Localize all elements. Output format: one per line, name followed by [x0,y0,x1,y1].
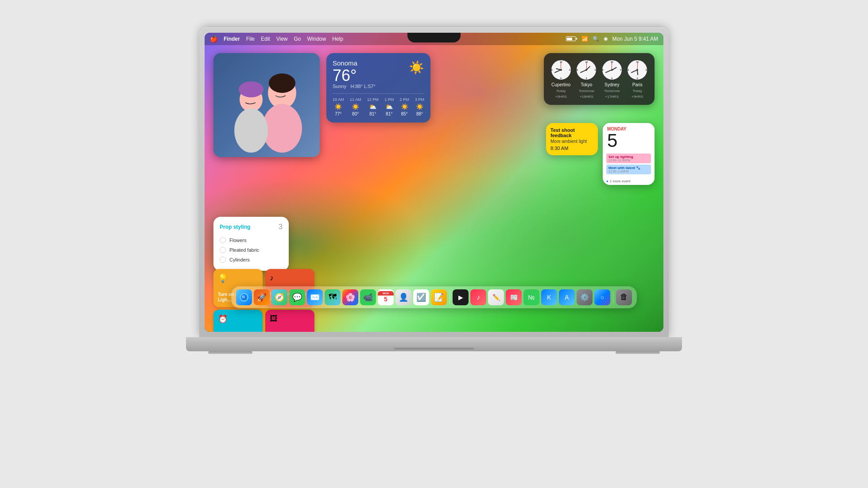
dock-calendar[interactable]: MON 5 [378,289,394,305]
calendar-widget: Monday 5 Set up lighting 12:00–12:30PM M… [603,123,655,185]
forecast-11am: 11 AM ☀️ 80° [350,97,361,116]
check-circle-1 [220,237,226,243]
clock-face-cupertino: 12 3 6 9 [550,59,572,81]
menu-go[interactable]: Go [294,36,301,42]
checklist-item-1: Flowers [220,235,283,245]
check-circle-3 [220,257,226,263]
checklist-header: Prop styling 3 [220,223,283,231]
dock-facetime[interactable]: 📹 [360,289,376,305]
weather-desc: Sunny H:88° L:57° [333,84,424,89]
macbook-base [186,337,682,351]
notch [407,33,461,42]
dock-photos[interactable]: 🌸 [342,289,358,305]
forecast-3pm: 3 PM ☀️ 88° [415,97,424,116]
checklist-widget: Prop styling 3 Flowers Pleated fabric [213,217,289,271]
watermark-icon: 🖼 [270,314,310,323]
menu-bar-right: 📶 🔍 ◉ Mon Jun 5 9:41 AM [566,36,658,42]
checklist-item-3: Cylinders [220,255,283,265]
wifi-icon: 📶 [581,36,588,42]
clock-tokyo: 12 3 6 9 Tokyo Tomorrow +16HRS [576,59,598,99]
weather-forecast: 10 AM ☀️ 77° 11 AM ☀️ 80° 12 PM [333,93,424,116]
shortcut-watermark[interactable]: 🖼 Watermark Images [265,310,314,332]
dock-contacts[interactable]: 👤 [395,289,411,305]
reminder-desc: More ambient light [550,139,593,144]
calendar-event-2: Meet with talent 🐾 12:30–1:00PM [606,165,651,174]
photo-widget [213,53,320,157]
svg-text:🔍: 🔍 [241,295,247,300]
clocks-widget: 12 3 6 9 Cupertino Today +0HRS [544,53,655,105]
dock-mail[interactable]: ✉️ [307,289,323,305]
weather-temp: 76° [333,68,357,84]
dock-numbers[interactable]: № [523,289,539,305]
macbook-feet-area [173,351,695,360]
dock-maps[interactable]: 🗺 [325,289,341,305]
screen-bezel: 🍎 Finder File Edit View Go Window Help [205,33,663,332]
svg-point-3 [262,104,302,153]
screen: 🍎 Finder File Edit View Go Window Help [205,33,663,332]
clock-face-sydney: 12 3 6 9 [601,59,623,81]
dock-launchpad[interactable]: 🚀 [254,289,270,305]
menu-help[interactable]: Help [332,36,343,42]
photo-shoot-icon: ♪ [270,273,310,283]
dock-reminders[interactable]: ☑️ [413,289,429,305]
checklist-item-2: Pleated fabric [220,245,283,255]
svg-point-2 [269,73,295,93]
menu-file[interactable]: File [246,36,255,42]
clock-face-tokyo: 12 3 6 9 [576,59,597,81]
siri-icon[interactable]: ◉ [604,36,608,42]
check-label-1: Flowers [229,238,247,243]
weather-city: Sonoma [333,59,357,67]
dock-music[interactable]: ♪ [470,289,486,305]
forecast-2pm: 2 PM ☀️ 85° [400,97,409,116]
svg-rect-6 [240,88,262,94]
macbook-lid: 🍎 Finder File Edit View Go Window Help [199,27,669,337]
dock-safari[interactable]: 🧭 [271,289,287,305]
apple-logo-icon[interactable]: 🍎 [210,35,217,42]
dock-appletv[interactable]: ▶ [453,289,469,305]
take-break-icon: ⏰ [218,314,258,324]
reminder-title: Test shoot feedback [550,127,593,138]
datetime-display: Mon Jun 5 9:41 AM [612,36,658,42]
shortcut-take-break[interactable]: ⏰ Take A Break [213,310,263,332]
svg-point-7 [234,108,268,153]
menu-view[interactable]: View [276,36,288,42]
macbook-hinge [394,348,474,351]
dock-separator [450,291,450,304]
menu-window[interactable]: Window [307,36,326,42]
dock-keynote[interactable]: K [541,289,557,305]
dock-finder[interactable]: 🔍 [236,289,252,305]
calendar-event-1: Set up lighting 12:00–12:30PM [606,154,651,163]
check-label-3: Cylinders [229,257,250,262]
reminder-widget: Test shoot feedback More ambient light 8… [546,123,598,155]
studio-light-icon: 💡 [218,273,258,283]
clock-cupertino: 12 3 6 9 Cupertino Today +0HRS [550,59,572,99]
photo-widget-inner [213,53,320,157]
forecast-10am: 10 AM ☀️ 77° [333,97,344,116]
search-icon[interactable]: 🔍 [593,36,599,42]
check-label-2: Pleated fabric [229,247,259,253]
dock-settings[interactable]: ⚙️ [577,289,593,305]
forecast-12pm: 12 PM ⛅ 81° [367,97,379,116]
dock-trash[interactable]: 🗑 [616,289,632,305]
clock-face-paris: 12 3 6 9 [627,59,648,81]
weather-widget: Sonoma 76° ☀️ Sunny H:88° L:57° 10 AM [326,53,430,123]
clock-sydney: 12 3 6 9 Sydney Tomorrow +17HRS [601,59,623,99]
dock-notes[interactable]: 📝 [431,289,447,305]
battery-icon [566,36,577,41]
dock-news[interactable]: 📰 [506,289,522,305]
macbook-foot-right [616,351,660,354]
dock-messages[interactable]: 💬 [289,289,305,305]
calendar-day: 5 [607,131,650,150]
widget-area: Sonoma 76° ☀️ Sunny H:88° L:57° 10 AM [205,49,663,310]
checklist-title: Prop styling [220,224,250,230]
dock: 🔍 🚀 🧭 💬 ✉️ [232,287,636,308]
menu-finder[interactable]: Finder [224,36,240,42]
check-circle-2 [220,247,226,253]
weather-icon: ☀️ [409,60,424,75]
dock-siri[interactable]: ○ [594,289,610,305]
menu-edit[interactable]: Edit [261,36,270,42]
dock-freeform[interactable]: ✏️ [488,289,504,305]
dock-appstore[interactable]: A [559,289,575,305]
clock-paris: 12 3 6 9 Paris Today +9HRS [627,59,649,99]
dock-separator-2 [613,291,613,304]
